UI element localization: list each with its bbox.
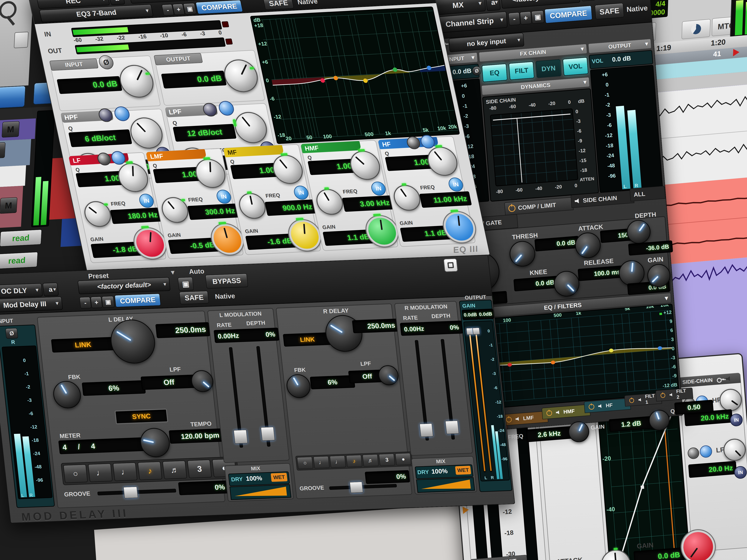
compare-button[interactable]: COMPARE: [544, 5, 592, 24]
gate-knee-knob[interactable]: [553, 270, 580, 297]
preset-minus-button[interactable]: -: [79, 297, 91, 309]
lpf-slope-value[interactable]: 12 dB/oct: [173, 124, 236, 142]
preset-minus-button[interactable]: -: [161, 4, 174, 16]
phase-button[interactable]: Ø: [5, 328, 18, 339]
power-icon[interactable]: [506, 417, 512, 423]
band-in-button[interactable]: IN: [215, 189, 232, 204]
out-clip-led[interactable]: [225, 38, 233, 45]
note-sixteenth-button[interactable]: ♬: [162, 460, 187, 479]
window-target-icon[interactable]: [443, 258, 458, 272]
hpf-q-knob[interactable]: [127, 117, 165, 150]
note-whole-button[interactable]: ○: [297, 457, 313, 469]
rate-slider-handle[interactable]: [233, 430, 248, 444]
phase-button[interactable]: Ø: [98, 55, 115, 70]
in-clip-led[interactable]: [222, 21, 229, 27]
track-selector[interactable]: OC DLY▼: [0, 283, 43, 298]
eq3-frequency-graph[interactable]: dB +18+12+60-6-12-18 20 50 100 500 1k 5k…: [250, 6, 460, 144]
tab-all[interactable]: ALL: [629, 186, 666, 202]
depth-slider-handle[interactable]: [261, 427, 275, 441]
r-delay-time-value[interactable]: 250.0ms: [352, 319, 399, 333]
preset-plus-button[interactable]: +: [520, 11, 532, 25]
preset-disclosure-icon[interactable]: ▼: [169, 269, 176, 276]
mix-value[interactable]: 100%: [246, 475, 262, 482]
meter-signature[interactable]: 4/4: [58, 437, 145, 454]
note-quarter-button[interactable]: ♩: [330, 455, 346, 468]
speaker-icon[interactable]: [574, 198, 581, 204]
sync-button[interactable]: SYNC: [114, 409, 168, 424]
rate-depth-values[interactable]: 0.00Hz0%: [214, 327, 279, 343]
tempo-knob[interactable]: [139, 427, 171, 458]
q-knob[interactable]: [270, 154, 306, 185]
note-eighth-button[interactable]: ♪: [137, 461, 162, 480]
preset-plus-button[interactable]: +: [172, 3, 185, 15]
automation-letter[interactable]: a▼: [486, 0, 500, 11]
dry-label[interactable]: DRY: [417, 469, 429, 476]
output-gain-value[interactable]: 0.0 dB: [161, 71, 227, 88]
bypass-button[interactable]: BYPASS: [205, 273, 248, 289]
compare-button[interactable]: COMPARE: [114, 294, 161, 308]
fader-handle[interactable]: [472, 327, 480, 335]
mix-value[interactable]: 100%: [431, 468, 448, 475]
speaker-icon[interactable]: [556, 410, 561, 415]
speaker-icon[interactable]: [638, 398, 642, 402]
preset-plus-button[interactable]: +: [91, 296, 102, 308]
r-groove-slider[interactable]: [329, 484, 397, 490]
freq-value[interactable]: 3.00 kHz: [342, 195, 395, 212]
automation-letter[interactable]: a▼: [108, 0, 125, 5]
band-in-button[interactable]: IN: [293, 185, 310, 200]
q-value[interactable]: 1.00: [153, 167, 202, 183]
fx-eq-button[interactable]: EQ: [482, 63, 508, 82]
gate-thresh-knob[interactable]: [509, 240, 536, 267]
lpf-q-knob[interactable]: [232, 111, 270, 144]
clock-sync-button[interactable]: [681, 19, 711, 39]
sidechain-hf-knob[interactable]: [719, 388, 743, 412]
speaker-icon[interactable]: [598, 404, 603, 408]
mix-wedge[interactable]: [230, 484, 291, 500]
automation-read-button[interactable]: read: [0, 252, 38, 269]
power-icon[interactable]: [546, 410, 552, 416]
wet-label[interactable]: WET: [455, 466, 471, 475]
freq-value[interactable]: 900.0 Hz: [264, 199, 317, 216]
freq-knob[interactable]: [82, 201, 113, 228]
fx-filt-button[interactable]: FILT: [509, 61, 535, 80]
note-sixteenth-button[interactable]: ♬: [362, 454, 379, 467]
note-half-button[interactable]: ♩: [88, 463, 113, 482]
input-gain-value[interactable]: 0.0 dB: [57, 76, 122, 94]
rate-slider-handle[interactable]: [419, 423, 434, 437]
r-fbk-knob[interactable]: [285, 374, 312, 398]
sidechain-lf-knob[interactable]: [723, 438, 747, 462]
groove-slider-handle[interactable]: [350, 481, 363, 493]
depth-slider-handle[interactable]: [445, 420, 459, 434]
plugin-selector[interactable]: Channel Strip▼: [432, 11, 508, 33]
preset-copy-button[interactable]: ▣: [102, 296, 115, 308]
tempo-value[interactable]: 120.00 bpm: [169, 428, 224, 444]
preset-copy-button[interactable]: ▣: [183, 3, 197, 15]
freq-knob[interactable]: [159, 196, 191, 223]
speaker-icon[interactable]: [515, 417, 520, 421]
l-fbk-value[interactable]: 6%: [82, 380, 146, 396]
output-gain-r[interactable]: 0.0dB: [477, 309, 494, 320]
lf-shelf-icon[interactable]: [687, 447, 700, 459]
speaker-icon[interactable]: [669, 393, 673, 397]
mute-button[interactable]: M: [0, 142, 5, 159]
l-fbk-knob[interactable]: [52, 380, 82, 409]
vol-value[interactable]: 0.0 dB: [612, 54, 631, 63]
auto-copy-button[interactable]: ▣: [178, 277, 194, 291]
sidechain-lf-value[interactable]: 20.0 Hz: [688, 461, 737, 478]
edit-mode-button-shuffle[interactable]: [0, 85, 26, 109]
automation-read-button[interactable]: read: [0, 229, 42, 247]
r-lpf-knob[interactable]: [378, 365, 400, 386]
band-in-button[interactable]: IN: [447, 177, 464, 192]
note-half-button[interactable]: ♩: [313, 456, 330, 469]
input-gain-knob[interactable]: [117, 64, 157, 99]
power-icon[interactable]: [508, 205, 516, 212]
band-tab-hmf[interactable]: HMF: [542, 404, 590, 420]
groove-value[interactable]: 0%: [178, 480, 229, 495]
wet-label[interactable]: WET: [271, 473, 287, 482]
preset-minus-button[interactable]: -: [508, 12, 520, 26]
gate-release-value[interactable]: 100.0 ms: [578, 265, 624, 281]
safe-button[interactable]: SAFE: [595, 3, 624, 20]
trim-value[interactable]: 0.0 dB: [452, 67, 472, 76]
mix-wedge[interactable]: [416, 477, 475, 493]
r-fbk-value[interactable]: 6%: [310, 375, 355, 390]
